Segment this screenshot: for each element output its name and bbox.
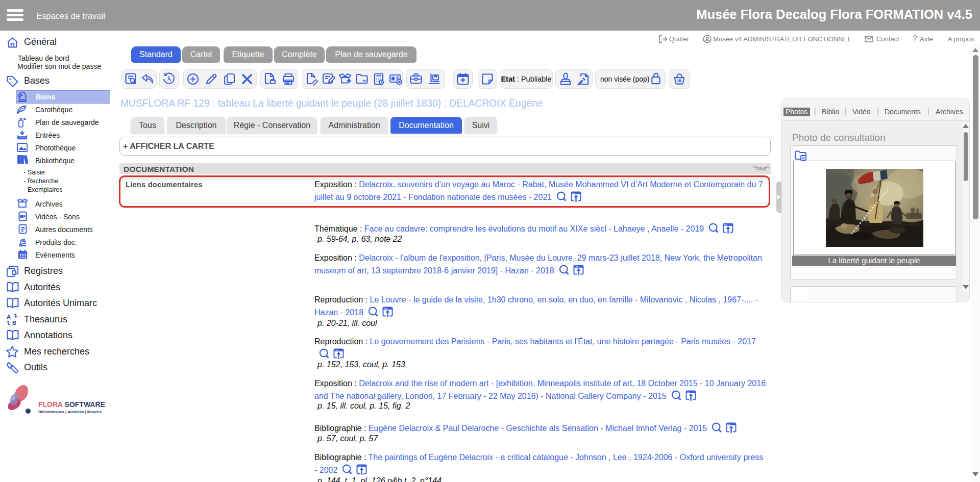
- svg-text:A: A: [7, 314, 11, 320]
- svg-text:B: B: [12, 320, 16, 325]
